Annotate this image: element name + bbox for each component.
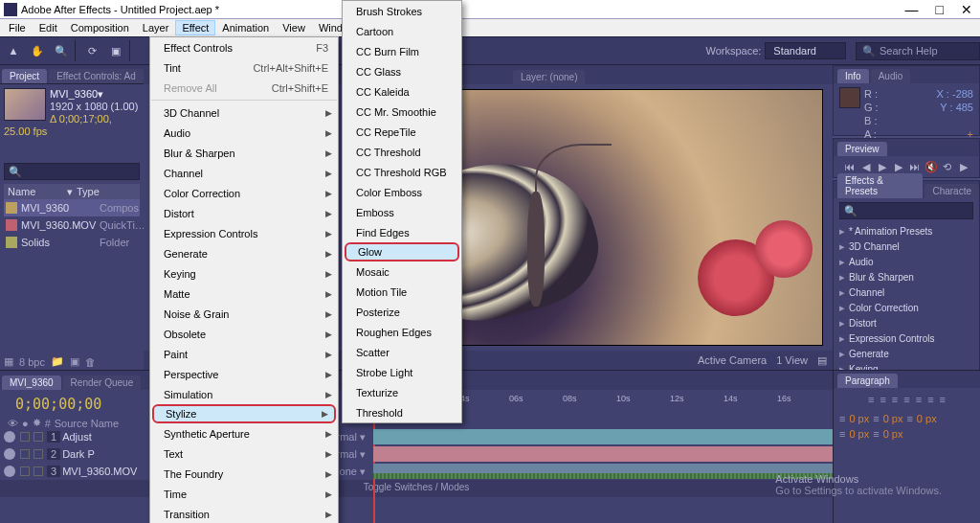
tab-character[interactable]: Characte bbox=[924, 184, 979, 198]
submenu-item-roughen-edges[interactable]: Roughen Edges bbox=[343, 322, 461, 342]
project-row[interactable]: SolidsFolder bbox=[4, 234, 140, 251]
justify-right-icon[interactable]: ≡ bbox=[927, 394, 933, 405]
submenu-item-strobe-light[interactable]: Strobe Light bbox=[343, 362, 461, 382]
menu-item-generate[interactable]: Generate▶ bbox=[150, 243, 338, 263]
effects-category[interactable]: ▸Channel bbox=[839, 284, 973, 300]
menu-item-3d-channel[interactable]: 3D Channel▶ bbox=[150, 102, 338, 123]
menu-item-obsolete[interactable]: Obsolete▶ bbox=[150, 324, 338, 344]
submenu-item-cc-threshold-rgb[interactable]: CC Threshold RGB bbox=[343, 162, 461, 182]
ram-preview-icon[interactable]: ▶ bbox=[957, 160, 970, 173]
camera-select[interactable]: Active Camera bbox=[698, 354, 767, 366]
menu-item-distort[interactable]: Distort▶ bbox=[150, 203, 338, 223]
menu-item-text[interactable]: Text▶ bbox=[150, 443, 338, 464]
submenu-item-cc-mr-smoothie[interactable]: CC Mr. Smoothie bbox=[343, 102, 461, 122]
submenu-item-mosaic[interactable]: Mosaic bbox=[343, 262, 461, 282]
trash-icon[interactable]: 🗑 bbox=[85, 356, 96, 368]
hand-tool-icon[interactable]: ✋ bbox=[27, 40, 48, 61]
justify-center-icon[interactable]: ≡ bbox=[916, 394, 922, 405]
menu-view[interactable]: View bbox=[276, 20, 312, 35]
menu-item-simulation[interactable]: Simulation▶ bbox=[150, 384, 338, 404]
menu-composition[interactable]: Composition bbox=[64, 20, 136, 35]
effects-category[interactable]: ▸Blur & Sharpen bbox=[839, 269, 973, 284]
submenu-item-brush-strokes[interactable]: Brush Strokes bbox=[343, 1, 461, 21]
submenu-item-motion-tile[interactable]: Motion Tile bbox=[343, 282, 461, 302]
menu-file[interactable]: File bbox=[2, 20, 33, 35]
zoom-tool-icon[interactable]: 🔍 bbox=[51, 40, 72, 61]
menu-item[interactable]: Effect ControlsF3 bbox=[150, 37, 338, 57]
submenu-item-cc-kaleida[interactable]: CC Kaleida bbox=[343, 81, 461, 102]
menu-item-blur-sharpen[interactable]: Blur & Sharpen▶ bbox=[150, 143, 338, 163]
effects-category[interactable]: ▸Generate bbox=[839, 346, 973, 361]
views-select[interactable]: 1 View bbox=[776, 354, 808, 366]
close-icon[interactable]: ✕ bbox=[961, 3, 972, 16]
menu-item-transition[interactable]: Transition▶ bbox=[150, 504, 338, 523]
loop-icon[interactable]: ⟲ bbox=[941, 160, 954, 173]
menu-layer[interactable]: Layer bbox=[136, 20, 176, 35]
menu-item[interactable]: TintCtrl+Alt+Shift+E bbox=[150, 57, 338, 78]
minimize-icon[interactable]: — bbox=[905, 3, 919, 16]
search-help-input[interactable]: 🔍 Search Help bbox=[856, 42, 980, 60]
camera-tool-icon[interactable]: ▣ bbox=[105, 40, 126, 61]
menu-item-matte[interactable]: Matte▶ bbox=[150, 284, 338, 304]
paragraph-indent-row[interactable]: ≡0 px≡0 px≡0 px bbox=[834, 411, 980, 426]
effect-menu[interactable]: Effect ControlsF3TintCtrl+Alt+Shift+ERem… bbox=[149, 36, 339, 523]
rotate-tool-icon[interactable]: ⟳ bbox=[81, 40, 102, 61]
effects-category[interactable]: ▸Color Correction bbox=[839, 300, 973, 315]
effects-category[interactable]: ▸3D Channel bbox=[839, 239, 973, 254]
submenu-item-cc-threshold[interactable]: CC Threshold bbox=[343, 142, 461, 162]
menu-edit[interactable]: Edit bbox=[33, 20, 64, 35]
submenu-item-cc-glass[interactable]: CC Glass bbox=[343, 61, 461, 81]
new-comp-icon[interactable]: ▣ bbox=[70, 355, 79, 368]
maximize-icon[interactable]: □ bbox=[936, 3, 944, 16]
submenu-item-cc-burn-film[interactable]: CC Burn Film bbox=[343, 41, 461, 61]
selection-tool-icon[interactable]: ▲ bbox=[3, 40, 24, 61]
menu-animation[interactable]: Animation bbox=[215, 20, 276, 35]
effects-search[interactable]: 🔍 bbox=[839, 202, 973, 219]
tab-audio[interactable]: Audio bbox=[871, 69, 911, 83]
mute-icon[interactable]: 🔇 bbox=[924, 160, 938, 173]
pixel-icon[interactable]: ▤ bbox=[817, 354, 827, 367]
justify-all-icon[interactable]: ≡ bbox=[940, 394, 946, 405]
effects-category[interactable]: ▸Distort bbox=[839, 315, 973, 330]
shy-icon[interactable]: 👁 bbox=[8, 418, 18, 429]
tab-effect-controls[interactable]: Effect Controls: Ad bbox=[49, 69, 144, 83]
stylize-submenu[interactable]: Brush StrokesCartoonCC Burn FilmCC Glass… bbox=[342, 0, 462, 423]
interpret-icon[interactable]: ▦ bbox=[4, 355, 13, 368]
menu-item-synthetic-aperture[interactable]: Synthetic Aperture▶ bbox=[150, 423, 338, 443]
align-left-icon[interactable]: ≡ bbox=[868, 394, 874, 405]
menu-item-channel[interactable]: Channel▶ bbox=[150, 163, 338, 183]
toggle-switches[interactable]: Toggle Switches / Modes bbox=[0, 480, 833, 497]
play-icon[interactable]: ▶ bbox=[876, 160, 889, 173]
tab-layer-none[interactable]: Layer: (none) bbox=[513, 70, 585, 84]
submenu-item-cc-repetile[interactable]: CC RepeTile bbox=[343, 122, 461, 142]
col-name[interactable]: Name bbox=[8, 186, 67, 197]
menu-item-audio[interactable]: Audio▶ bbox=[150, 123, 338, 143]
menu-item-paint[interactable]: Paint▶ bbox=[150, 344, 338, 364]
justify-left-icon[interactable]: ≡ bbox=[903, 394, 909, 405]
effects-category[interactable]: ▸Audio bbox=[839, 254, 973, 269]
effects-category[interactable]: ▸Expression Controls bbox=[839, 330, 973, 346]
timeline-layer[interactable]: 2Dark PNormal ▾ bbox=[0, 445, 833, 463]
effects-category[interactable]: ▸* Animation Presets bbox=[839, 223, 973, 239]
project-row[interactable]: MVI_9360Compos bbox=[4, 199, 140, 216]
submenu-item-find-edges[interactable]: Find Edges bbox=[343, 222, 461, 242]
timeline-layer[interactable]: 3MVI_9360.MOVNone ▾ bbox=[0, 463, 833, 480]
align-right-icon[interactable]: ≡ bbox=[892, 394, 898, 405]
prev-frame-icon[interactable]: ◀ bbox=[859, 160, 873, 173]
tab-timeline-comp[interactable]: MVI_9360 bbox=[2, 375, 61, 390]
tab-effects-presets[interactable]: Effects & Presets bbox=[837, 173, 923, 198]
tab-info[interactable]: Info bbox=[837, 69, 869, 83]
tab-project[interactable]: Project bbox=[2, 69, 47, 83]
align-center-icon[interactable]: ≡ bbox=[880, 394, 885, 405]
tab-preview[interactable]: Preview bbox=[837, 142, 887, 156]
menu-item-stylize[interactable]: Stylize▶ bbox=[152, 404, 336, 423]
menu-item-time[interactable]: Time▶ bbox=[150, 484, 338, 504]
paragraph-indent-row[interactable]: ≡0 px≡0 px bbox=[834, 426, 980, 442]
workspace-select[interactable]: Standard bbox=[765, 42, 846, 59]
menu-item-noise-grain[interactable]: Noise & Grain▶ bbox=[150, 304, 338, 324]
submenu-item-emboss[interactable]: Emboss bbox=[343, 202, 461, 222]
menu-effect[interactable]: Effect bbox=[175, 20, 215, 35]
submenu-item-color-emboss[interactable]: Color Emboss bbox=[343, 182, 461, 202]
submenu-item-texturize[interactable]: Texturize bbox=[343, 382, 461, 402]
timeline-layer[interactable]: 1AdjustNormal ▾ bbox=[0, 428, 833, 445]
